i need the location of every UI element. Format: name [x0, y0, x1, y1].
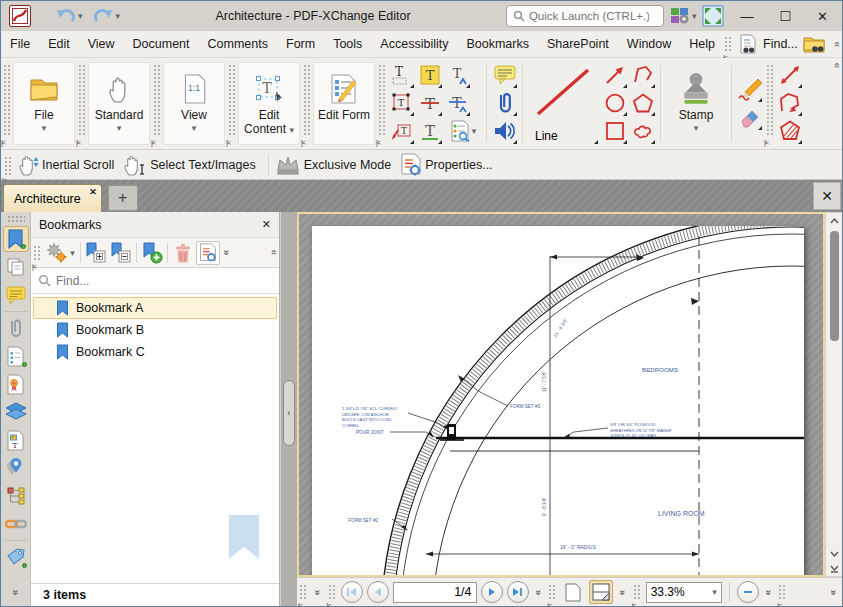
scroll-bottom-icon[interactable] [830, 561, 839, 576]
perimeter-tool[interactable] [776, 90, 803, 117]
properties-icon[interactable] [400, 153, 422, 177]
zoom-dropdown-icon[interactable]: ▾ [712, 587, 717, 597]
inertial-scroll-icon[interactable] [17, 153, 39, 177]
search-folder-icon[interactable] [803, 34, 825, 54]
statusbar-grip[interactable] [328, 584, 337, 600]
properties-label[interactable]: Properties... [425, 158, 492, 172]
quick-launch-input[interactable] [529, 10, 649, 22]
find-document-icon[interactable] [738, 34, 758, 54]
sidebar-grip[interactable] [7, 215, 25, 223]
sidebar-more-icon[interactable]: » [10, 590, 21, 596]
sidebar-destinations-pane[interactable] [3, 455, 29, 481]
pdf-page[interactable]: BEDROOMS LIVING ROOM 18' - 0" RADIUS 11'… [312, 226, 804, 577]
next-page-button[interactable] [481, 581, 503, 603]
fullscreen-button[interactable] [702, 5, 724, 27]
find-toolbar-grip[interactable] [724, 36, 733, 52]
menu-document[interactable]: Document [124, 33, 199, 55]
statusbar-more-icon[interactable]: » [763, 589, 774, 595]
zoom-level-combo[interactable]: 33.3% ▾ [646, 582, 722, 603]
bookmarks-toolbar-grip[interactable] [33, 245, 42, 261]
menu-window[interactable]: Window [618, 33, 680, 55]
statusbar-more-icon[interactable]: » [617, 589, 628, 595]
single-page-layout-button[interactable] [561, 580, 585, 604]
callout-tool[interactable]: T [388, 118, 415, 145]
statusbar-more-icon[interactable]: » [312, 589, 323, 595]
area-tool[interactable] [776, 118, 803, 145]
oval-tool[interactable] [601, 90, 628, 117]
sidebar-attachments-pane[interactable] [3, 315, 29, 341]
bookmarks-find-box[interactable] [31, 268, 279, 294]
menu-sharepoint[interactable]: SharePoint [538, 33, 618, 55]
previous-page-button[interactable] [367, 581, 389, 603]
toolbar-grip[interactable] [152, 63, 161, 137]
bookmarks-find-input[interactable] [56, 274, 236, 288]
split-view-layout-button[interactable] [589, 580, 613, 604]
inertial-scroll-label[interactable]: Inertial Scroll [42, 158, 114, 172]
select-text-icon[interactable] [123, 153, 147, 177]
sidebar-bookmarks-pane[interactable] [3, 226, 29, 252]
new-tab-button[interactable]: + [108, 185, 138, 211]
document-canvas[interactable]: BEDROOMS LIVING ROOM 18' - 0" RADIUS 11'… [297, 212, 825, 577]
menu-accessibility[interactable]: Accessibility [371, 33, 457, 55]
undo-dropdown-icon[interactable]: ▾ [78, 11, 83, 21]
scrollbar-thumb[interactable] [830, 231, 839, 341]
view-toolbar-button[interactable]: 1:1 View ▾ [163, 62, 225, 145]
bookmarks-toolbar-collapse-icon[interactable]: » [269, 250, 280, 256]
page-number-input[interactable] [393, 582, 477, 603]
menu-edit[interactable]: Edit [39, 33, 79, 55]
bookmark-properties-button[interactable] [196, 241, 220, 265]
bookmarks-panel-close-icon[interactable]: ✕ [262, 218, 271, 231]
bookmarks-options-button[interactable]: ▾ [43, 241, 77, 265]
menubar-collapse-icon[interactable]: » [832, 42, 843, 48]
scroll-down-icon[interactable] [830, 546, 839, 561]
toolbar-grip[interactable] [3, 155, 12, 175]
exclusive-mode-icon[interactable] [275, 155, 301, 175]
sidebar-thumbnails-pane[interactable] [3, 254, 29, 280]
pencil-tool[interactable] [736, 76, 763, 103]
toolbar-grip[interactable] [227, 63, 236, 137]
toolbar-grip[interactable] [302, 63, 311, 137]
bookmarks-toolbar-more-icon[interactable]: » [221, 250, 232, 256]
tab-architecture[interactable]: Architecture ✕ [3, 184, 102, 212]
toolbar-collapse-icon[interactable]: » [832, 63, 843, 69]
sound-tool[interactable] [491, 118, 518, 145]
menu-comments[interactable]: Comments [199, 33, 277, 55]
collapse-all-bookmarks-button[interactable] [109, 241, 133, 265]
sidebar-content-pane[interactable]: T [3, 427, 29, 453]
exclusive-mode-label[interactable]: Exclusive Mode [304, 158, 392, 172]
panel-collapse-handle[interactable]: ‹ [283, 380, 295, 446]
sidebar-layers-pane[interactable] [3, 399, 29, 425]
statusbar-grip[interactable] [299, 584, 308, 600]
quick-launch-box[interactable] [506, 5, 664, 27]
sidebar-comments-pane[interactable] [3, 282, 29, 308]
typewriter-tool[interactable]: T [388, 62, 415, 89]
sidebar-signatures-pane[interactable] [3, 371, 29, 397]
menu-bookmarks[interactable]: Bookmarks [457, 33, 538, 55]
redo-button[interactable] [93, 8, 114, 25]
toolbar-grip[interactable] [377, 63, 386, 137]
polygon-tool[interactable] [629, 90, 656, 117]
arrow-tool[interactable] [601, 62, 628, 89]
underline-text-tool[interactable]: T [416, 118, 443, 145]
sidebar-structure-pane[interactable] [3, 483, 29, 509]
distance-tool[interactable] [776, 62, 803, 89]
edit-content-button[interactable]: T Edit Content ▾ [238, 62, 300, 145]
rectangle-tool[interactable] [601, 118, 628, 145]
attach-file-tool[interactable] [491, 90, 518, 117]
delete-bookmark-button[interactable] [171, 241, 195, 265]
new-bookmark-button[interactable] [140, 241, 164, 265]
menu-form[interactable]: Form [277, 33, 324, 55]
menu-view[interactable]: View [79, 33, 124, 55]
statusbar-more-icon[interactable]: » [829, 589, 840, 595]
close-button[interactable]: ✕ [817, 9, 828, 24]
zoom-out-button[interactable] [737, 581, 759, 603]
close-document-button[interactable]: ✕ [813, 182, 841, 210]
minimize-button[interactable]: — [740, 9, 753, 24]
line-tool[interactable]: Line [527, 62, 599, 145]
sticky-note-tool[interactable] [491, 62, 518, 89]
last-page-button[interactable] [507, 581, 529, 603]
strikeout-text-tool[interactable]: T [416, 90, 443, 117]
eraser-tool[interactable] [736, 104, 763, 131]
file-toolbar-button[interactable]: File ▾ [13, 62, 75, 145]
scroll-up-icon[interactable] [826, 213, 842, 228]
